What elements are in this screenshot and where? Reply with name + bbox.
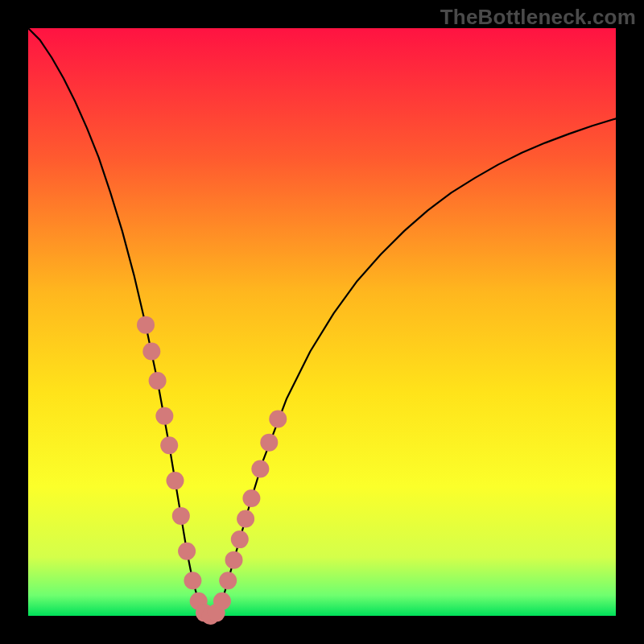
marker-dot — [142, 343, 160, 361]
marker-dot — [184, 572, 201, 589]
bottleneck-chart — [0, 0, 644, 644]
marker-dot — [251, 460, 269, 478]
marker-dot — [219, 572, 237, 589]
marker-dot — [225, 551, 243, 569]
marker-dot — [231, 530, 249, 548]
marker-dot — [167, 472, 184, 489]
marker-dot — [160, 436, 178, 454]
marker-dot — [269, 410, 287, 427]
marker-dot — [242, 489, 260, 507]
marker-dot — [237, 510, 254, 528]
marker-dot — [172, 507, 190, 525]
watermark-text: TheBottleneck.com — [440, 5, 636, 30]
marker-dot — [213, 592, 231, 610]
marker-dot — [178, 543, 196, 560]
marker-dot — [260, 434, 278, 452]
marker-dot — [137, 316, 155, 334]
chart-frame: TheBottleneck.com — [0, 0, 644, 644]
marker-dot — [149, 372, 167, 390]
plot-background — [28, 28, 616, 616]
marker-dot — [155, 407, 173, 425]
